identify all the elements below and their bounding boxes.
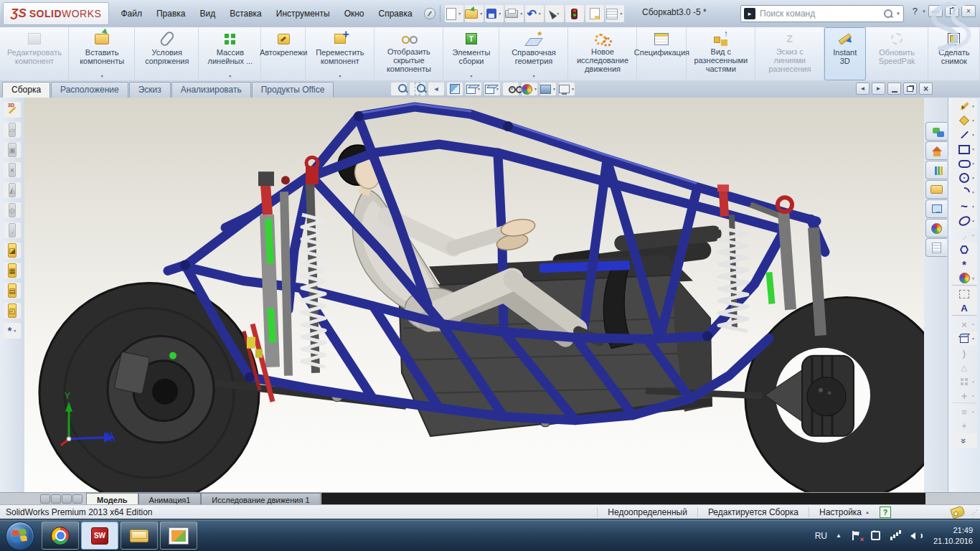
undo-button[interactable] [525,5,544,22]
move-entities-button[interactable] [951,389,977,403]
tab-layout[interactable]: Расположение [51,82,128,98]
new-motion-study-button[interactable]: Новое исследование движения [568,27,637,80]
close-doc-button[interactable] [919,83,933,95]
quick-tip-help-button[interactable]: ? [880,507,891,518]
Правка[interactable]: Правка [149,6,193,22]
arc-button[interactable] [951,185,977,199]
appearance-button[interactable] [951,271,977,286]
model-tab-last-button[interactable] [72,494,83,504]
volume-icon[interactable] [910,530,922,542]
explode-line-sketch-button[interactable]: Эскиз с линиями разнесения [755,27,824,80]
Вставка[interactable]: Вставка [222,6,269,22]
move-component-button[interactable]: Переместить компонент [306,27,374,80]
repair-sketch-button[interactable] [951,419,977,433]
previous-view-button[interactable] [428,83,444,95]
collapse-right-button[interactable] [872,83,885,95]
hide-show-items-button[interactable] [503,83,519,95]
minimize-doc-button[interactable] [887,83,901,95]
search-input[interactable] [758,8,880,19]
viewport-canvas[interactable]: Y [24,98,925,492]
offset-entities-button[interactable] [951,346,977,360]
file-explorer-button[interactable] [925,180,947,199]
exploded-view-button[interactable]: Вид с разнесенными частями [687,27,755,80]
view-palette-button[interactable] [925,199,947,218]
assembly-features-button[interactable]: Элементы сборки [443,27,499,80]
menu-pin-icon[interactable] [424,8,435,19]
collapse-left-button[interactable] [856,83,870,95]
trim-entities-button[interactable] [951,317,977,331]
home-button[interactable] [925,141,947,160]
tab-motion-study1[interactable]: Исследование движения 1 [201,493,320,505]
power-icon[interactable] [870,530,882,542]
appearance-button[interactable] [925,219,947,237]
plane-sketch-button[interactable] [4,242,21,258]
slot-button[interactable] [951,156,977,171]
Справка[interactable]: Справка [372,6,420,22]
show-hidden-components-button[interactable]: Отобразить скрытые компоненты [374,27,443,80]
tab-evaluate[interactable]: Анализировать [171,82,251,98]
tab-assembly[interactable]: Сборка [2,82,50,98]
options-button[interactable] [606,5,624,22]
new-document-button[interactable] [445,5,463,22]
search-dropdown-icon[interactable]: ▼ [896,11,900,16]
point-button[interactable] [951,257,977,271]
solidworks-button[interactable] [81,522,118,550]
chrome-button[interactable] [42,522,79,550]
print-button[interactable] [505,5,524,22]
line-button[interactable] [951,128,977,142]
model-tab-next-button[interactable] [62,494,72,504]
sketch-button[interactable] [4,122,21,138]
resources-button[interactable] [925,122,947,141]
save-button[interactable] [485,5,504,22]
network-icon[interactable] [890,530,902,542]
polygon-button[interactable] [951,242,977,257]
loft-button[interactable] [4,303,21,319]
explorer-button[interactable] [121,522,158,550]
sketch-pencil-button[interactable] [951,99,977,113]
ellipse-button[interactable] [951,214,977,228]
tab-animation1[interactable]: Анимация1 [138,493,202,505]
open-button[interactable] [465,5,484,22]
clock[interactable]: 21:49 21.10.2016 [930,525,973,547]
reference-geometry-button[interactable]: Справочная геометрия [499,27,568,80]
start-button[interactable] [6,522,34,550]
sketch-fillet-button[interactable] [951,228,977,242]
instant-3d-button[interactable]: Instant 3D [824,27,866,80]
apply-scene-button[interactable] [540,83,556,95]
file-properties-button[interactable] [585,5,604,22]
linear-pattern-button[interactable] [951,375,977,389]
Вид[interactable]: Вид [192,6,222,22]
display-style-button[interactable] [484,83,500,95]
model-tab-prev-button[interactable] [51,494,61,504]
smart-dimension-button[interactable] [951,113,977,128]
edit-appearance-button[interactable] [522,83,537,95]
trim-button[interactable] [4,162,21,178]
model-tab-first-button[interactable] [40,494,50,504]
refgeo-button[interactable] [4,323,21,339]
mate-button[interactable]: Условия сопряжения [135,27,199,80]
insert-components-button[interactable]: Вставить компоненты [69,27,135,80]
smart-fasteners-button[interactable]: Автокрепежи [261,27,305,80]
select-button[interactable] [545,5,564,22]
edit-component-button[interactable]: Редактировать компонент [0,27,69,80]
convert-button[interactable] [4,142,21,158]
sketch-3d-button[interactable] [4,102,21,118]
spline-button[interactable] [951,199,977,214]
Инструменты[interactable]: Инструменты [269,6,337,22]
tab-model[interactable]: Модель [86,493,138,505]
cut-button[interactable] [4,283,21,298]
language-indicator[interactable]: RU [815,531,827,541]
Файл[interactable]: Файл [113,6,149,22]
mirror-button[interactable] [4,182,21,198]
more-tools-button[interactable] [951,433,977,448]
extrude-button[interactable] [4,263,21,278]
rectangle-button[interactable] [951,142,977,156]
custom-properties-button[interactable] [925,238,947,257]
bill-of-materials-button[interactable]: Спецификация [637,27,687,80]
zoom-to-fit-button[interactable] [391,83,407,95]
zoom-to-area-button[interactable] [410,83,425,95]
view-settings-button[interactable] [559,83,575,95]
Окно[interactable]: Окно [337,6,372,22]
text-button[interactable] [951,301,977,316]
select-region-button[interactable] [951,287,977,301]
